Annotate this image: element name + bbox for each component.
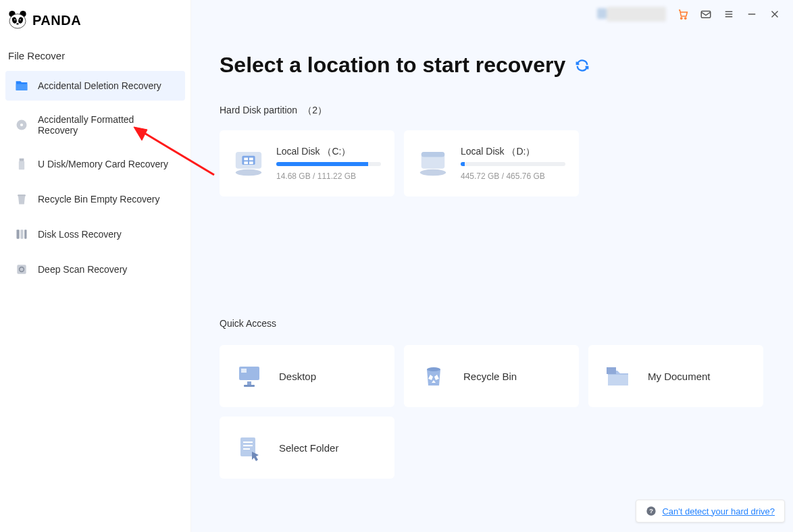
svg-rect-17 [17, 265, 26, 273]
svg-rect-21 [701, 11, 711, 18]
minimize-icon[interactable] [746, 8, 758, 20]
disk-card-c[interactable]: Local Disk （C:） 14.68 GB / 111.22 GB [220, 130, 394, 196]
recycle-bin-icon [420, 363, 447, 390]
svg-rect-39 [241, 369, 247, 373]
desktop-icon [236, 363, 263, 390]
disk-name: Local Disk （C:） [276, 146, 381, 158]
svg-rect-41 [244, 385, 255, 387]
folder-icon [15, 79, 28, 92]
drive-icon [417, 150, 449, 177]
svg-point-19 [681, 18, 682, 19]
disk-progress [461, 162, 565, 166]
svg-point-37 [420, 169, 446, 176]
svg-point-34 [236, 169, 261, 176]
svg-point-10 [20, 124, 23, 126]
titlebar [594, 0, 793, 28]
panda-icon [7, 9, 28, 31]
sidebar-item-deep-scan[interactable]: Deep Scan Recovery [5, 255, 185, 284]
svg-rect-13 [18, 194, 26, 196]
sidebar-item-formatted[interactable]: Accidentally Formatted Recovery [5, 106, 185, 144]
sidebar-item-usb[interactable]: U Disk/Memory Card Recovery [5, 149, 185, 179]
user-area-blurred [607, 7, 666, 22]
sidebar-item-label: Accidental Deletion Recovery [38, 80, 161, 91]
sidebar-item-label: U Disk/Memory Card Recovery [38, 159, 168, 169]
refresh-icon[interactable] [575, 58, 590, 73]
document-folder-icon [605, 363, 632, 390]
svg-rect-43 [608, 375, 628, 385]
qa-my-document[interactable]: My Document [588, 345, 763, 407]
page-title: Select a location to start recovery [220, 53, 565, 78]
disk-size: 14.68 GB / 111.22 GB [276, 171, 381, 181]
svg-rect-11 [20, 159, 24, 161]
select-folder-icon [236, 434, 263, 461]
qa-label: Recycle Bin [463, 371, 517, 382]
bin-icon [15, 192, 28, 206]
disk-progress [276, 162, 381, 166]
disk-size: 445.72 GB / 465.76 GB [461, 171, 565, 181]
qa-desktop[interactable]: Desktop [220, 345, 394, 407]
svg-rect-44 [607, 367, 616, 374]
partition-heading: Hard Disk partition （2） [220, 105, 765, 117]
svg-point-20 [685, 18, 686, 19]
qa-label: Select Folder [279, 442, 338, 454]
qa-recycle-bin[interactable]: Recycle Bin [404, 345, 579, 407]
svg-point-42 [427, 367, 440, 371]
quick-access-heading: Quick Access [220, 318, 765, 329]
svg-rect-48 [243, 448, 250, 450]
sidebar-item-recycle-bin[interactable]: Recycle Bin Empty Recovery [5, 184, 185, 214]
svg-rect-46 [243, 442, 253, 443]
sidebar-item-label: Recycle Bin Empty Recovery [38, 194, 160, 205]
svg-point-6 [20, 19, 21, 20]
help-pill[interactable]: ? Can't detect your hard drive? [636, 500, 785, 523]
svg-rect-30 [244, 157, 248, 160]
disk-icon [15, 118, 28, 132]
svg-point-2 [9, 14, 26, 28]
help-link[interactable]: Can't detect your hard drive? [662, 506, 775, 516]
brand-text: PANDA [32, 13, 81, 28]
sidebar-item-label: Deep Scan Recovery [38, 264, 127, 275]
qa-select-folder[interactable]: Select Folder [220, 417, 394, 479]
sidebar-item-accidental-deletion[interactable]: Accidental Deletion Recovery [5, 71, 185, 101]
svg-rect-47 [243, 445, 253, 446]
cart-icon[interactable] [677, 8, 689, 20]
qa-label: Desktop [279, 371, 316, 382]
partition-count: （2） [303, 105, 327, 117]
svg-rect-36 [421, 152, 444, 157]
sidebar-section-title: File Recover [5, 43, 185, 71]
svg-rect-16 [24, 230, 26, 238]
svg-point-5 [14, 19, 16, 20]
disk-name: Local Disk （D:） [461, 146, 565, 158]
svg-rect-33 [249, 161, 253, 164]
scan-icon [15, 263, 28, 276]
close-icon[interactable] [769, 8, 781, 20]
usb-icon [15, 157, 28, 171]
qa-label: My Document [648, 371, 711, 382]
menu-icon[interactable] [723, 8, 735, 20]
sidebar: PANDA File Recover Accidental Deletion R… [0, 0, 191, 532]
svg-text:?: ? [650, 508, 654, 514]
svg-rect-8 [16, 84, 28, 90]
brand-logo: PANDA [5, 5, 185, 43]
mail-icon[interactable] [700, 8, 712, 20]
svg-point-7 [16, 23, 18, 24]
disk-card-d[interactable]: Local Disk （D:） 445.72 GB / 465.76 GB [404, 130, 579, 196]
partition-label: Hard Disk partition [220, 105, 297, 117]
main-content: Select a location to start recovery Hard… [191, 0, 793, 532]
quick-access-grid: Desktop Recycle Bin My Document Select F… [220, 345, 765, 479]
windows-drive-icon [233, 150, 264, 177]
svg-rect-15 [20, 230, 23, 238]
svg-rect-14 [17, 230, 20, 238]
disk-list: Local Disk （C:） 14.68 GB / 111.22 GB Loc… [220, 130, 765, 196]
svg-rect-29 [242, 155, 255, 164]
svg-rect-32 [244, 161, 248, 164]
partition-icon [15, 228, 28, 241]
sidebar-item-label: Accidentally Formatted Recovery [38, 114, 176, 136]
sidebar-nav: Accidental Deletion Recovery Accidentall… [5, 71, 185, 284]
sidebar-item-label: Disk Loss Recovery [38, 229, 122, 240]
svg-rect-40 [247, 381, 251, 385]
svg-rect-31 [249, 157, 253, 160]
svg-rect-12 [19, 161, 24, 170]
help-icon: ? [646, 506, 657, 516]
sidebar-item-disk-loss[interactable]: Disk Loss Recovery [5, 219, 185, 249]
